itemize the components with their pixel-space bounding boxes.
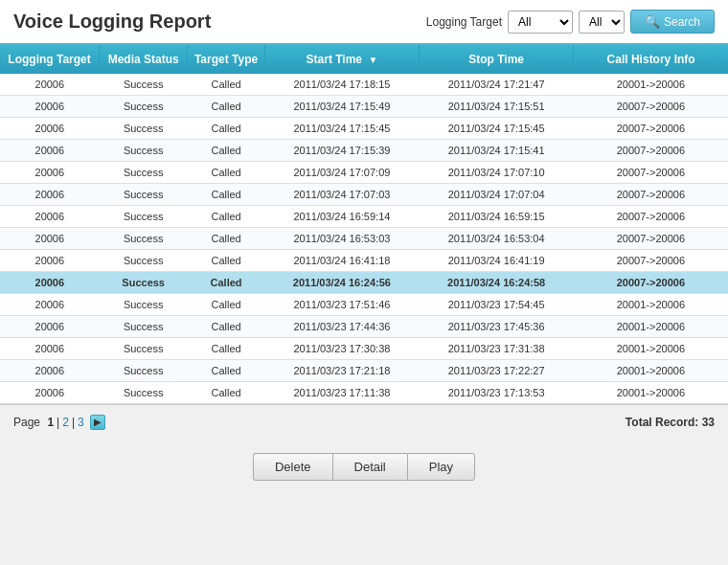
- page-label: Page: [13, 416, 40, 429]
- cell-start-time: 2011/03/24 16:41:18: [264, 250, 419, 272]
- cell-media-status: Success: [100, 206, 188, 228]
- action-bar: Delete Detail Play: [0, 440, 728, 494]
- col-header-logging-target: Logging Target: [0, 45, 100, 74]
- cell-stop-time: 2011/03/24 16:41:19: [420, 250, 574, 272]
- cell-start-time: 2011/03/24 17:07:03: [264, 184, 419, 206]
- detail-button[interactable]: Detail: [332, 453, 407, 481]
- cell-call-history: 20001->20006: [574, 294, 728, 316]
- cell-target-type: Called: [188, 118, 265, 140]
- cell-stop-time: 2011/03/24 16:24:58: [420, 272, 574, 294]
- cell-start-time: 2011/03/23 17:11:38: [264, 382, 419, 404]
- cell-target-type: Called: [188, 184, 265, 206]
- table-row[interactable]: 20006SuccessCalled2011/03/24 17:07:09201…: [0, 162, 728, 184]
- cell-start-time: 2011/03/24 17:15:45: [264, 118, 419, 140]
- table-row[interactable]: 20006SuccessCalled2011/03/24 16:53:03201…: [0, 228, 728, 250]
- cell-stop-time: 2011/03/23 17:45:36: [420, 316, 574, 338]
- cell-target-type: Called: [188, 272, 265, 294]
- cell-stop-time: 2011/03/24 17:15:51: [420, 96, 574, 118]
- cell-start-time: 2011/03/23 17:21:18: [264, 360, 419, 382]
- header-controls: Logging Target All 20006 All 🔍 Search: [426, 10, 715, 34]
- cell-stop-time: 2011/03/23 17:13:53: [420, 382, 574, 404]
- cell-target-type: Called: [188, 250, 265, 272]
- cell-media-status: Success: [100, 96, 188, 118]
- sort-icon: ▼: [368, 55, 377, 65]
- cell-start-time: 2011/03/24 17:15:49: [264, 96, 419, 118]
- table-row[interactable]: 20006SuccessCalled2011/03/23 17:44:36201…: [0, 316, 728, 338]
- cell-call-history: 20007->20006: [574, 228, 728, 250]
- cell-media-status: Success: [100, 338, 188, 360]
- col-header-target-type: Target Type: [188, 45, 265, 74]
- cell-call-history: 20007->20006: [574, 250, 728, 272]
- cell-call-history: 20007->20006: [574, 206, 728, 228]
- cell-start-time: 2011/03/24 16:59:14: [264, 206, 419, 228]
- cell-stop-time: 2011/03/24 17:15:45: [420, 118, 574, 140]
- cell-media-status: Success: [100, 360, 188, 382]
- cell-call-history: 20001->20006: [574, 316, 728, 338]
- table-container: Logging Target Media Status Target Type …: [0, 45, 728, 404]
- page-title: Voice Logging Report: [13, 11, 211, 33]
- total-record: Total Record: 33: [626, 416, 715, 429]
- cell-media-status: Success: [100, 118, 188, 140]
- cell-media-status: Success: [100, 184, 188, 206]
- cell-logging-target: 20006: [0, 74, 100, 96]
- play-button[interactable]: Play: [407, 453, 475, 481]
- cell-stop-time: 2011/03/23 17:22:27: [420, 360, 574, 382]
- cell-call-history: 20001->20006: [574, 338, 728, 360]
- cell-target-type: Called: [188, 228, 265, 250]
- logging-target-select[interactable]: All 20006: [508, 11, 573, 34]
- cell-target-type: Called: [188, 162, 265, 184]
- cell-start-time: 2011/03/23 17:44:36: [264, 316, 419, 338]
- table-row[interactable]: 20006SuccessCalled2011/03/24 17:07:03201…: [0, 184, 728, 206]
- cell-stop-time: 2011/03/24 17:07:10: [420, 162, 574, 184]
- cell-start-time: 2011/03/24 17:15:39: [264, 140, 419, 162]
- cell-logging-target: 20006: [0, 140, 100, 162]
- table-row[interactable]: 20006SuccessCalled2011/03/23 17:21:18201…: [0, 360, 728, 382]
- table-row[interactable]: 20006SuccessCalled2011/03/24 16:59:14201…: [0, 206, 728, 228]
- table-row[interactable]: 20006SuccessCalled2011/03/24 17:15:49201…: [0, 96, 728, 118]
- header: Voice Logging Report Logging Target All …: [0, 0, 728, 45]
- cell-media-status: Success: [100, 272, 188, 294]
- table-row[interactable]: 20006SuccessCalled2011/03/24 16:24:56201…: [0, 272, 728, 294]
- table-row[interactable]: 20006SuccessCalled2011/03/24 16:41:18201…: [0, 250, 728, 272]
- col-header-start-time[interactable]: Start Time ▼: [264, 45, 419, 74]
- cell-media-status: Success: [100, 316, 188, 338]
- cell-target-type: Called: [188, 294, 265, 316]
- table-row[interactable]: 20006SuccessCalled2011/03/23 17:51:46201…: [0, 294, 728, 316]
- next-page-arrow[interactable]: ▶: [90, 415, 105, 430]
- cell-target-type: Called: [188, 316, 265, 338]
- table-row[interactable]: 20006SuccessCalled2011/03/24 17:15:39201…: [0, 140, 728, 162]
- cell-target-type: Called: [188, 338, 265, 360]
- cell-stop-time: 2011/03/24 16:59:15: [420, 206, 574, 228]
- cell-logging-target: 20006: [0, 96, 100, 118]
- page-link-1[interactable]: 1: [47, 416, 54, 429]
- cell-media-status: Success: [100, 74, 188, 96]
- cell-target-type: Called: [188, 206, 265, 228]
- table-row[interactable]: 20006SuccessCalled2011/03/23 17:11:38201…: [0, 382, 728, 404]
- all-select[interactable]: All: [579, 11, 625, 34]
- cell-logging-target: 20006: [0, 316, 100, 338]
- page-link-2[interactable]: 2: [62, 416, 69, 429]
- cell-media-status: Success: [100, 228, 188, 250]
- cell-logging-target: 20006: [0, 272, 100, 294]
- cell-target-type: Called: [188, 96, 265, 118]
- table-row[interactable]: 20006SuccessCalled2011/03/24 17:15:45201…: [0, 118, 728, 140]
- cell-start-time: 2011/03/24 17:18:15: [264, 74, 419, 96]
- pagination: Page 1 | 2 | 3 ▶: [13, 415, 105, 430]
- cell-call-history: 20001->20006: [574, 382, 728, 404]
- search-button[interactable]: 🔍 Search: [630, 10, 715, 34]
- table-row[interactable]: 20006SuccessCalled2011/03/23 17:30:38201…: [0, 338, 728, 360]
- delete-button[interactable]: Delete: [253, 453, 332, 481]
- search-icon: 🔍: [645, 14, 660, 29]
- cell-target-type: Called: [188, 74, 265, 96]
- cell-logging-target: 20006: [0, 338, 100, 360]
- cell-stop-time: 2011/03/24 17:07:04: [420, 184, 574, 206]
- cell-start-time: 2011/03/24 16:24:56: [264, 272, 419, 294]
- cell-target-type: Called: [188, 140, 265, 162]
- page-link-3[interactable]: 3: [78, 416, 84, 429]
- table-header: Logging Target Media Status Target Type …: [0, 45, 728, 74]
- cell-logging-target: 20006: [0, 250, 100, 272]
- cell-logging-target: 20006: [0, 382, 100, 404]
- table-row[interactable]: 20006SuccessCalled2011/03/24 17:18:15201…: [0, 74, 728, 96]
- cell-logging-target: 20006: [0, 118, 100, 140]
- col-header-stop-time: Stop Time: [420, 45, 574, 74]
